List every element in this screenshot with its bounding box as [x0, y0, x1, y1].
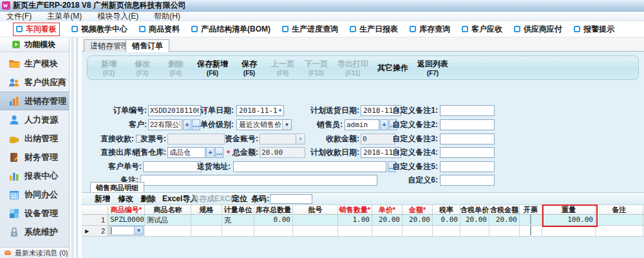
detail-button-3[interactable]: 删除 [140, 194, 156, 204]
menu-item-1[interactable]: 文件(F) [6, 11, 32, 22]
grid-column-header-9[interactable]: 金额* [402, 205, 433, 214]
sidebar-item-lock[interactable]: 系统维护 [0, 223, 70, 241]
toolbar-item-6[interactable]: 生产日报表 [350, 24, 398, 35]
cell-r2-c11[interactable] [460, 226, 489, 236]
grid-column-header-7[interactable]: 销售数量* [338, 205, 372, 214]
toolbar-item-4[interactable]: 产品结构清单(BOM) [191, 24, 270, 35]
remark-input[interactable] [140, 175, 377, 186]
sidebar-item-person[interactable]: 人力资源 [0, 110, 70, 129]
cell-r2-c6[interactable] [293, 226, 338, 236]
cell-r1-c6[interactable] [293, 215, 338, 225]
cell-r1-c9[interactable]: 20.00 [402, 215, 433, 225]
sidebar-item-bar-chart[interactable]: 进销存管理 [0, 92, 70, 110]
cell-r1-c11[interactable]: 20.00 [460, 215, 489, 225]
grid-column-header-15[interactable]: 备注 [596, 205, 643, 214]
warehouse-input[interactable] [167, 147, 205, 158]
cell-r1-c5[interactable]: 0.00 [254, 215, 293, 225]
grid-column-header-11[interactable]: 含税单价 [460, 205, 489, 214]
cell-r2-c10[interactable] [433, 226, 460, 236]
sidebar-item-coins[interactable]: 出纳管理 [0, 129, 70, 148]
barcode-input[interactable] [270, 194, 312, 204]
detail-button-6[interactable]: 定位 [232, 194, 247, 204]
grid-column-header-12[interactable]: 含税金额 [489, 205, 520, 214]
custom6-input[interactable] [440, 175, 495, 186]
detail-button-2[interactable]: 修改 [118, 194, 133, 204]
order-date-picker[interactable]: 2018-11-19 ▼ [236, 105, 284, 116]
grid-column-header-3[interactable]: 规格 [191, 205, 222, 214]
grid-column-header-10[interactable]: 税率 [433, 205, 460, 214]
cell-r1-c8[interactable]: 20.00 [372, 215, 402, 225]
sidebar-item-ledger[interactable]: 财务管理 [0, 148, 70, 166]
cell-r1-c14[interactable]: 100.00 [542, 215, 596, 225]
cell-r1-c15[interactable] [596, 215, 643, 225]
custom-note2-input[interactable] [440, 119, 495, 130]
table-row-1[interactable]: 1SPZL000010测试品克0.001.0020.0020.000.0020.… [82, 215, 644, 226]
cell-r2-c15[interactable] [596, 226, 643, 236]
product-code-combobox[interactable]: ▼ [109, 226, 144, 235]
grid-column-header-2[interactable]: 商品名称 [145, 205, 191, 214]
sidebar-item-devices[interactable]: 设备管理 [0, 204, 70, 223]
sidebar-item-calendar[interactable]: 协同办公 [0, 185, 70, 204]
custom-note1-input[interactable] [440, 105, 495, 116]
invoice-checkbox[interactable] [530, 226, 531, 235]
cell-r2-c4[interactable] [222, 226, 254, 236]
cell-r2-c13[interactable] [520, 226, 542, 236]
grid-column-header-1[interactable]: 商品编号* [108, 205, 145, 214]
cell-r2-c5[interactable] [254, 226, 293, 236]
action-button-5[interactable]: 保存(F5) [237, 59, 261, 77]
detail-tab-sale-items[interactable]: 销售商品明细 [90, 182, 144, 193]
cell-r1-c2[interactable]: 测试品 [145, 215, 191, 225]
grid-column-header-5[interactable]: 库存总数量 [254, 205, 293, 214]
cell-r2-c2[interactable] [145, 226, 191, 236]
chevron-down-icon[interactable]: ▼ [134, 226, 143, 235]
cell-r1-c1[interactable]: SPZL000010 [108, 215, 145, 225]
toolbar-item-7[interactable]: 库存查询 [410, 24, 450, 35]
cell-r2-c3[interactable] [191, 226, 222, 236]
cell-r2-c9[interactable] [402, 226, 433, 236]
menu-item-3[interactable]: 模块导入(E) [97, 11, 138, 22]
cell-r2-c12[interactable] [489, 226, 520, 236]
cell-r2-c14[interactable] [542, 226, 596, 236]
grid-column-header-6[interactable]: 批号 [293, 205, 338, 214]
toolbar-item-5[interactable]: 生产进度查询 [282, 24, 338, 35]
cell-r1-c3[interactable] [191, 215, 222, 225]
sidebar-footer-messages[interactable]: 最新未读消息 (0) [0, 247, 69, 258]
sidebar-item-folder[interactable]: 生产模块 [0, 54, 70, 73]
cell-r2-c1[interactable]: ▼ [108, 226, 145, 236]
toolbar-item-10[interactable]: 报警提示 [574, 24, 614, 35]
action-button-9[interactable]: 其它操作 [377, 63, 408, 74]
splitter[interactable] [70, 37, 82, 258]
sidebar-item-people[interactable]: 客户供应商 [0, 73, 70, 92]
cell-r1-c13[interactable] [520, 215, 542, 225]
salesman-input[interactable] [345, 119, 379, 130]
toolbar-item-8[interactable]: 客户应收 [462, 24, 502, 35]
calendar-dropdown-icon[interactable]: ▼ [278, 108, 283, 114]
delivery-address-input[interactable] [233, 161, 386, 172]
toolbar-item-9[interactable]: 供应商应付 [514, 24, 562, 35]
action-button-10[interactable]: 返回列表(F7) [417, 59, 448, 77]
cell-r1-c7[interactable]: 1.00 [338, 215, 372, 225]
menu-item-2[interactable]: 主菜单(M) [47, 11, 82, 22]
toolbar-item-2[interactable]: 视频教学中心 [71, 24, 128, 35]
cell-r1-c4[interactable]: 克 [222, 215, 254, 225]
cell-r2-c8[interactable] [372, 226, 402, 236]
toolbar-item-3[interactable]: 商品资料 [139, 24, 180, 35]
custom-note4-input[interactable] [440, 147, 495, 158]
cell-r2-c7[interactable] [338, 226, 372, 236]
cell-r1-c12[interactable]: 20.00 [489, 215, 520, 225]
detail-button-1[interactable]: 新增 [95, 194, 110, 204]
grid-column-header-4[interactable]: 计量单位 [222, 205, 254, 214]
grid-column-header-8[interactable]: 单价* [372, 205, 402, 214]
toolbar-item-1[interactable]: 车间看板 [13, 23, 60, 36]
action-button-4[interactable]: 保存新增(F6) [197, 59, 228, 77]
grid-column-header-14[interactable]: 重量 [542, 205, 596, 214]
cell-r1-c10[interactable]: 0.00 [433, 215, 460, 225]
table-row-2[interactable]: ▶2▼ [82, 226, 644, 237]
menu-item-4[interactable]: 帮助(H) [154, 11, 180, 22]
sidebar-item-report-chart[interactable]: 报表中心 [0, 166, 70, 185]
custom-note3-input[interactable] [440, 134, 495, 144]
invoice-checkbox[interactable] [530, 215, 531, 224]
custom-note5-input[interactable] [440, 161, 495, 172]
grid-column-header-13[interactable]: 开票 [520, 205, 542, 214]
tab-sales-order[interactable]: 销售订单 [126, 39, 169, 52]
